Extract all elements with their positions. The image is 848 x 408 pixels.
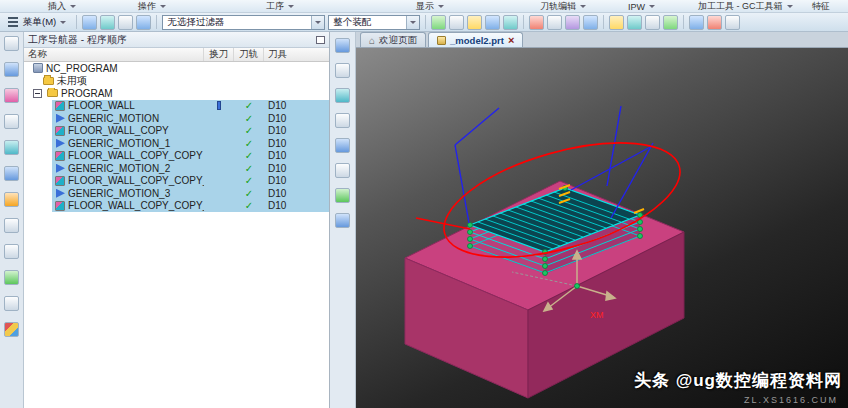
combo-arrow-button[interactable]: [406, 16, 419, 29]
ribbon-group-feature[interactable]: 特征: [812, 0, 830, 13]
menu-button[interactable]: 菜单(M): [2, 15, 71, 30]
ribbon-group-process[interactable]: 工序: [266, 0, 294, 13]
ribbon-group-bar: 插入 操作 工序 显示 刀轨编辑 IPW 加工工具 - GC工具箱 特征: [0, 0, 848, 13]
column-header-toolpath[interactable]: 刀轨: [234, 48, 264, 61]
column-header-toolchange[interactable]: 换刀: [204, 48, 234, 61]
operation-row[interactable]: FLOOR_WALL_COPY_COPY ✓ D10: [24, 150, 329, 163]
toolbar-icon[interactable]: [431, 15, 446, 30]
toolpath-ok-icon: ✓: [245, 150, 253, 161]
resource-bar-icon[interactable]: [4, 244, 19, 259]
side-toolbar-icon[interactable]: [335, 63, 350, 78]
resource-bar-icon[interactable]: [4, 270, 19, 285]
generic-motion-operation-icon: [56, 139, 65, 148]
toolbar-icon[interactable]: [82, 15, 97, 30]
chevron-down-icon: [410, 21, 416, 27]
operation-row[interactable]: GENERIC_MOTION_1 ✓ D10: [24, 137, 329, 150]
column-header-tool[interactable]: 刀具: [264, 48, 329, 61]
operation-row[interactable]: GENERIC_MOTION_3 ✓ D10: [24, 187, 329, 200]
toolbar-icon[interactable]: [136, 15, 151, 30]
operation-row[interactable]: FLOOR_WALL ✓ D10: [24, 100, 329, 113]
side-toolbar-icon[interactable]: [335, 213, 350, 228]
resource-bar-icon[interactable]: [4, 140, 19, 155]
separator: [156, 15, 157, 29]
tab-model2-prt[interactable]: _model2.prt: [428, 32, 523, 47]
selection-scope-combo[interactable]: 整个装配: [328, 15, 420, 30]
ribbon-group-ipw[interactable]: IPW: [628, 0, 655, 13]
ribbon-group-gc-toolbox[interactable]: 加工工具 - GC工具箱: [698, 0, 793, 13]
floor-wall-operation-icon: [55, 126, 65, 136]
operation-row[interactable]: FLOOR_WALL_COPY_COPY_2 ✓ D10: [24, 200, 329, 213]
column-header-name[interactable]: 名称: [24, 48, 204, 61]
toolbar-icon[interactable]: [529, 15, 544, 30]
operation-row[interactable]: FLOOR_WALL_COPY_COPY_1 ✓ D10: [24, 175, 329, 188]
toolbar-icon[interactable]: [663, 15, 678, 30]
side-toolbar-icon[interactable]: [335, 88, 350, 103]
toolbar-icon[interactable]: [449, 15, 464, 30]
toolchange-icon: [217, 101, 221, 110]
side-toolbar-icon[interactable]: [335, 188, 350, 203]
toolbar-icon[interactable]: [547, 15, 562, 30]
tree-row-unused[interactable]: 未用项: [24, 75, 329, 88]
operation-row[interactable]: GENERIC_MOTION_2 ✓ D10: [24, 162, 329, 175]
toolbar-icon[interactable]: [467, 15, 482, 30]
side-toolbar-icon[interactable]: [335, 38, 350, 53]
resource-bar: [0, 32, 24, 408]
tab-welcome-page[interactable]: 欢迎页面: [360, 32, 426, 47]
3d-scene: XM: [356, 48, 848, 408]
chevron-down-icon: [580, 5, 586, 11]
floor-wall-operation-icon: [55, 176, 65, 186]
resource-bar-icon[interactable]: [4, 88, 19, 103]
toolbar-icon[interactable]: [485, 15, 500, 30]
toolbar-icon[interactable]: [118, 15, 133, 30]
toolbar-icon[interactable]: [645, 15, 660, 30]
resource-bar-icon[interactable]: [4, 114, 19, 129]
float-panel-icon[interactable]: [316, 36, 325, 44]
separator: [683, 15, 684, 29]
ribbon-group-insert[interactable]: 插入: [48, 0, 76, 13]
toolbar-icon[interactable]: [689, 15, 704, 30]
ribbon-group-operation[interactable]: 操作: [138, 0, 166, 13]
main-toolbar: 菜单(M) 无选择过滤器 整个装配: [0, 13, 848, 32]
floor-wall-operation-icon: [55, 201, 65, 211]
document-tab-bar: 欢迎页面 _model2.prt: [356, 32, 848, 48]
toolbar-icon[interactable]: [627, 15, 642, 30]
watermark-subtext: ZL.XS1616.CUM: [744, 395, 838, 405]
chevron-down-icon: [160, 5, 166, 11]
toolbar-icon[interactable]: [707, 15, 722, 30]
resource-bar-icon[interactable]: [4, 166, 19, 181]
resource-bar-icon[interactable]: [4, 218, 19, 233]
floor-wall-operation-icon: [55, 151, 65, 161]
side-toolbar-icon[interactable]: [335, 163, 350, 178]
resource-bar-icon[interactable]: [4, 322, 19, 337]
collapse-icon[interactable]: [33, 89, 42, 98]
combo-arrow-button[interactable]: [311, 16, 324, 29]
ribbon-group-toolpath-edit[interactable]: 刀轨编辑: [540, 0, 586, 13]
watermark-text: 头条 @ug数控编程资料网: [634, 369, 842, 392]
resource-bar-icon[interactable]: [4, 192, 19, 207]
operation-row[interactable]: GENERIC_MOTION ✓ D10: [24, 112, 329, 125]
tree-row-nc-program[interactable]: NC_PROGRAM: [24, 62, 329, 75]
separator: [603, 15, 604, 29]
toolbar-icon[interactable]: [565, 15, 580, 30]
toolbar-icon[interactable]: [725, 15, 740, 30]
side-toolbar-icon[interactable]: [335, 138, 350, 153]
resource-bar-icon[interactable]: [4, 62, 19, 77]
selection-filter-combo[interactable]: 无选择过滤器: [162, 15, 325, 30]
toolbar-icon[interactable]: [503, 15, 518, 30]
generic-motion-operation-icon: [56, 114, 65, 123]
close-icon[interactable]: [508, 35, 514, 46]
operation-row[interactable]: FLOOR_WALL_COPY ✓ D10: [24, 125, 329, 138]
toolpath-ok-icon: ✓: [245, 188, 253, 199]
tree-row-program[interactable]: PROGRAM: [24, 87, 329, 100]
graphics-viewport[interactable]: XM 头条 @ug数控编程资料网 ZL.XS1616.CUM: [356, 48, 848, 408]
side-toolbar: [330, 32, 356, 408]
resource-bar-icon[interactable]: [4, 296, 19, 311]
generic-motion-operation-icon: [56, 189, 65, 198]
side-toolbar-icon[interactable]: [335, 113, 350, 128]
toolbar-icon[interactable]: [609, 15, 624, 30]
resource-bar-icon[interactable]: [4, 36, 19, 51]
ribbon-group-display[interactable]: 显示: [416, 0, 444, 13]
operation-navigator-panel: 工序导航器 - 程序顺序 名称 换刀 刀轨 刀具 NC_PROGRAM 未用项 …: [24, 32, 330, 408]
toolbar-icon[interactable]: [583, 15, 598, 30]
toolbar-icon[interactable]: [100, 15, 115, 30]
